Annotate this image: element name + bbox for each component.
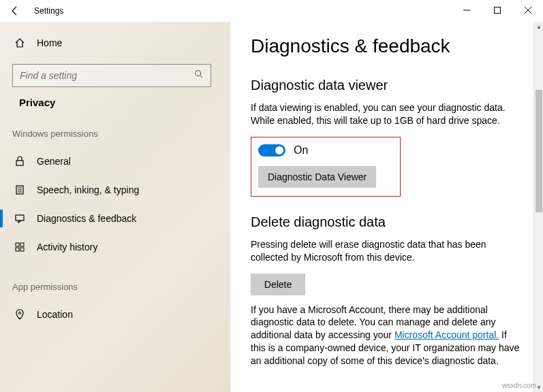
svg-rect-15 — [20, 248, 24, 251]
section-heading-delete: Delete diagnostic data — [251, 214, 523, 230]
page-title: Diagnostics & feedback — [251, 35, 523, 57]
sidebar-group-label: Privacy — [7, 97, 217, 108]
home-icon — [14, 37, 26, 49]
search-box[interactable] — [12, 64, 211, 87]
sidebar-item-label: Speech, inking, & typing — [37, 184, 139, 195]
viewer-toggle-row: On — [258, 144, 393, 157]
microsoft-account-portal-link[interactable]: Microsoft Account portal. — [394, 329, 499, 340]
maximize-icon — [494, 7, 501, 14]
viewer-toggle[interactable] — [258, 144, 285, 157]
svg-rect-6 — [16, 161, 23, 165]
lock-icon — [14, 155, 26, 167]
scroll-up-icon[interactable]: ▲ — [534, 22, 543, 31]
sidebar-section-windows-permissions: Windows permissions — [0, 129, 230, 139]
window-title: Settings — [34, 6, 63, 16]
viewer-highlight-box: On Diagnostic Data Viewer — [251, 137, 401, 197]
scrollbar-thumb[interactable] — [536, 90, 542, 212]
svg-rect-13 — [20, 243, 24, 246]
minimize-icon — [463, 7, 470, 14]
sidebar: Home Privacy Windows permissions General — [0, 22, 230, 392]
content-scrollbar[interactable]: ▲ ▼ — [533, 22, 543, 392]
sidebar-section-app-permissions: App permissions — [0, 282, 230, 292]
svg-rect-14 — [16, 248, 19, 251]
arrow-left-icon — [10, 5, 20, 16]
content-pane: Diagnostics & feedback Diagnostic data v… — [230, 22, 543, 392]
maximize-button[interactable] — [482, 0, 512, 20]
svg-rect-11 — [16, 215, 24, 220]
delete-more-text: If you have a Microsoft Account, there m… — [251, 304, 523, 368]
section-heading-viewer: Diagnostic data viewer — [251, 78, 523, 93]
sidebar-item-label: Diagnostics & feedback — [37, 213, 136, 224]
sidebar-item-diagnostics[interactable]: Diagnostics & feedback — [7, 204, 217, 233]
toggle-knob — [275, 146, 283, 154]
titlebar: Settings — [0, 0, 543, 22]
window-controls — [451, 0, 543, 20]
feedback-icon — [14, 212, 26, 225]
close-button[interactable] — [512, 0, 543, 20]
toggle-label: On — [294, 144, 308, 157]
diagnostic-data-viewer-button[interactable]: Diagnostic Data Viewer — [258, 166, 376, 188]
sidebar-item-activity[interactable]: Activity history — [7, 233, 217, 261]
sidebar-item-location[interactable]: Location — [7, 300, 217, 329]
sidebar-item-label: Activity history — [37, 242, 97, 252]
search-input[interactable] — [20, 70, 167, 81]
minimize-button[interactable] — [451, 0, 482, 20]
svg-point-4 — [196, 71, 201, 76]
sidebar-item-label: General — [37, 156, 71, 167]
svg-rect-1 — [494, 7, 500, 14]
watermark: wsxdn.com — [502, 382, 536, 389]
svg-line-5 — [200, 76, 203, 78]
delete-description: Pressing delete will erase diagnostic da… — [251, 238, 523, 264]
close-icon — [525, 7, 531, 14]
activity-icon — [14, 241, 26, 253]
sidebar-item-home[interactable]: Home — [7, 29, 217, 57]
delete-button[interactable]: Delete — [251, 274, 305, 295]
location-icon — [14, 308, 26, 321]
svg-rect-12 — [16, 243, 19, 246]
clipboard-icon — [14, 184, 26, 196]
sidebar-item-label: Location — [37, 309, 73, 320]
sidebar-item-general[interactable]: General — [7, 147, 217, 176]
viewer-description: If data viewing is enabled, you can see … — [251, 101, 523, 127]
sidebar-item-speech[interactable]: Speech, inking, & typing — [7, 176, 217, 204]
sidebar-item-label: Home — [37, 37, 62, 48]
back-button[interactable] — [0, 0, 30, 22]
svg-point-16 — [18, 312, 20, 314]
search-icon — [194, 69, 204, 82]
